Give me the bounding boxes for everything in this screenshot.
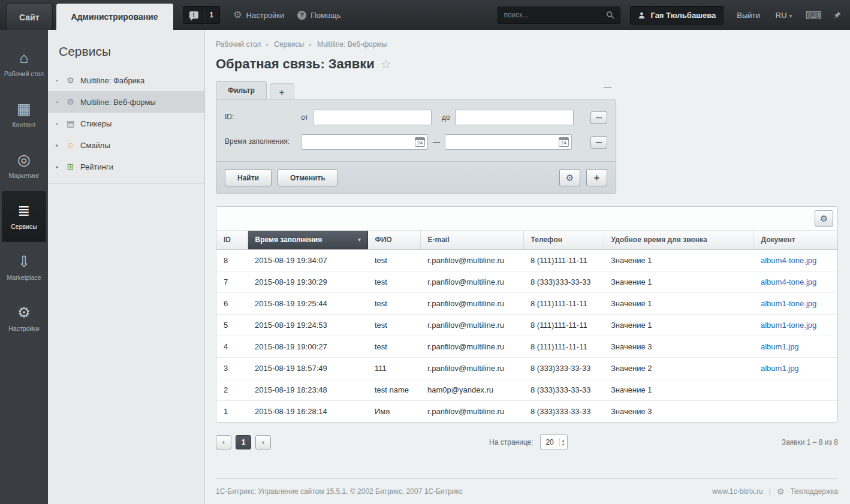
id-to-input[interactable]	[455, 110, 574, 125]
bullet-icon: ▪	[54, 121, 61, 126]
table-row[interactable]: 42015-08-19 19:00:27testr.panfilov@multi…	[216, 336, 837, 357]
leftnav-item-label: Сервисы	[10, 223, 38, 231]
pin-icon[interactable]	[833, 11, 842, 20]
column-header-4[interactable]: Телефон	[523, 231, 604, 249]
page-button-current[interactable]: 1	[236, 435, 251, 449]
smiley-icon: ☺	[65, 141, 76, 149]
next-page-button[interactable]	[255, 435, 271, 449]
sidebar-item-0[interactable]: ▪⚙Multiline: Фабрика	[48, 70, 204, 91]
table-row[interactable]: 32015-08-19 18:57:49111r.panfilov@multil…	[216, 357, 837, 379]
prev-page-button[interactable]	[216, 435, 231, 449]
cell: 7	[216, 271, 248, 292]
document-link[interactable]: album1-tone.jpg	[761, 321, 816, 330]
notification-bubble-icon	[189, 11, 198, 19]
gear-icon	[233, 10, 242, 20]
cell: 2015-08-19 19:00:27	[248, 336, 367, 357]
language-selector[interactable]: RU	[776, 11, 792, 20]
notifications-button[interactable]: 1	[183, 6, 221, 24]
leftnav-item-3[interactable]: ≣Сервисы	[2, 191, 46, 242]
search-input[interactable]	[504, 11, 606, 19]
sidebar-title: Сервисы	[48, 30, 204, 70]
table-row[interactable]: 12015-08-19 16:28:14Имяr.panfilov@multil…	[216, 400, 837, 422]
sidebar-item-3[interactable]: ▸☺Смайлы	[48, 134, 204, 156]
cancel-button[interactable]: Отменить	[278, 169, 338, 186]
cell: 8 (333)333-33-33	[523, 379, 604, 400]
search-icon[interactable]	[606, 11, 614, 19]
grid-header-row: IDВремя заполнения▼ФИОE-mailТелефонУдобн…	[216, 231, 837, 249]
sidebar-item-1[interactable]: ▪⚙Multiline: Веб-формы	[48, 91, 204, 113]
expand-arrow-icon: ▸	[54, 143, 61, 148]
grid-settings-button[interactable]	[815, 210, 833, 227]
per-page-select[interactable]: 20	[540, 434, 568, 449]
cell: r.panfilov@multiline.ru	[420, 314, 523, 336]
leftnav-item-5[interactable]: ⚙Настройки	[0, 293, 48, 344]
cell: album1.jpg	[753, 357, 837, 379]
filter-tab[interactable]: Фильтр	[216, 81, 267, 99]
sidebar-item-4[interactable]: ▸⊞Рейтинги	[48, 156, 204, 177]
leftnav-item-2[interactable]: ◎Маркетинг	[0, 140, 48, 191]
cell: 2015-08-19 19:30:29	[248, 271, 367, 292]
cell: Значение 3	[604, 336, 753, 357]
settings-link[interactable]: Настройки	[233, 10, 284, 20]
column-header-2[interactable]: ФИО	[367, 231, 420, 249]
column-header-0[interactable]: ID	[216, 231, 248, 249]
document-link[interactable]: album1.jpg	[761, 342, 799, 351]
calendar-icon[interactable]	[559, 137, 569, 147]
document-link[interactable]: album1-tone.jpg	[761, 299, 816, 308]
expand-arrow-icon: ▸	[54, 164, 61, 170]
add-filter-tab-button[interactable]: +	[270, 83, 294, 99]
leftnav-item-4[interactable]: ⇩Marketplace	[0, 242, 48, 293]
support-link[interactable]: Техподдержка	[790, 487, 838, 496]
search-box	[498, 7, 620, 24]
cell	[753, 379, 837, 400]
keyboard-icon[interactable]	[806, 10, 822, 21]
table-row[interactable]: 22015-08-19 18:23:48test nameham0p@yande…	[216, 379, 837, 400]
cell: 8 (111)111-11-11	[523, 292, 604, 314]
sidebar-item-label: Multiline: Веб-формы	[80, 98, 156, 107]
sidebar-item-2[interactable]: ▪▤Стикеры	[48, 113, 204, 134]
breadcrumb-item-0[interactable]: Рабочий стол	[216, 40, 261, 49]
date-from-input[interactable]	[301, 134, 428, 150]
date-to-input[interactable]	[445, 134, 572, 150]
remove-filter-field-button[interactable]	[590, 136, 607, 149]
breadcrumb-item-1[interactable]: Сервисы	[274, 40, 304, 49]
document-link[interactable]: album1.jpg	[761, 364, 799, 373]
add-filter-field-button[interactable]	[586, 169, 607, 186]
user-menu[interactable]: Гая Тюльбашева	[630, 6, 724, 25]
column-header-6[interactable]: Документ	[753, 231, 837, 249]
cell: r.panfilov@multiline.ru	[420, 400, 523, 422]
cell: album1-tone.jpg	[753, 292, 837, 314]
logout-link[interactable]: Выйти	[737, 11, 760, 20]
id-from-input[interactable]	[313, 110, 432, 125]
leftnav-item-0[interactable]: ⌂Рабочий стол	[0, 38, 48, 89]
tab-admin-label: Администрирование	[71, 12, 158, 22]
leftnav-item-label: Настройки	[7, 325, 41, 333]
filter-settings-button[interactable]	[559, 169, 580, 186]
gear-icon	[777, 487, 785, 496]
column-header-1[interactable]: Время заполнения▼	[248, 231, 367, 249]
document-link[interactable]: album4-tone.jpg	[761, 277, 816, 286]
table-row[interactable]: 52015-08-19 19:24:53testr.panfilov@multi…	[216, 314, 837, 336]
favorite-star-icon[interactable]	[381, 56, 391, 72]
breadcrumb-separator-icon: ▸	[266, 42, 269, 47]
cell: r.panfilov@multiline.ru	[420, 336, 523, 357]
tab-admin[interactable]: Администрирование	[56, 4, 173, 30]
tab-site[interactable]: Сайт	[6, 4, 53, 30]
cell: album4-tone.jpg	[753, 271, 837, 292]
remove-filter-field-button[interactable]	[590, 111, 607, 124]
help-link[interactable]: Помощь	[297, 11, 340, 20]
bitrix-site-link[interactable]: www.1c-bitrix.ru	[712, 487, 763, 496]
table-row[interactable]: 72015-08-19 19:30:29testr.panfilov@multi…	[216, 271, 837, 292]
document-link[interactable]: album4-tone.jpg	[761, 256, 816, 265]
table-row[interactable]: 82015-08-19 19:34:07testr.panfilov@multi…	[216, 249, 837, 271]
column-header-3[interactable]: E-mail	[420, 231, 523, 249]
leftnav-item-1[interactable]: ▦Контент	[0, 89, 48, 140]
collapse-filter-icon[interactable]	[604, 82, 611, 91]
column-header-5[interactable]: Удобное время для звонка	[604, 231, 753, 249]
breadcrumb-item-2[interactable]: Multiline: Веб-формы	[317, 40, 387, 49]
calendar-icon[interactable]	[415, 137, 425, 147]
cell: test	[367, 249, 420, 271]
table-row[interactable]: 62015-08-19 19:25:44testr.panfilov@multi…	[216, 292, 837, 314]
leftnav-item-label: Рабочий стол	[3, 70, 45, 78]
find-button[interactable]: Найти	[225, 169, 272, 186]
